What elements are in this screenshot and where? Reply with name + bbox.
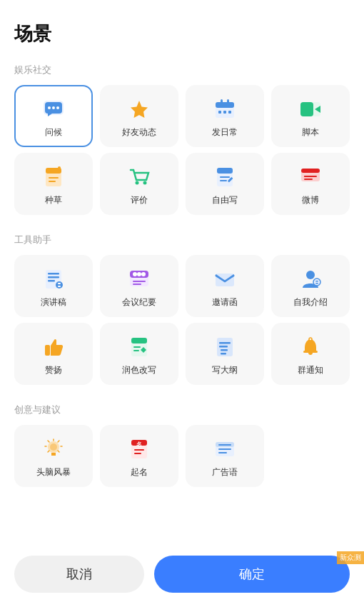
svg-rect-8 [221,99,223,104]
svg-rect-75 [134,453,141,454]
card-invite-label: 邀请函 [212,296,238,308]
card-notify[interactable]: 群通知 [271,323,350,385]
svg-rect-55 [45,345,50,356]
card-weibo[interactable]: 微博 [271,153,350,215]
svg-rect-27 [220,180,227,181]
card-outline-label: 写大纲 [212,364,238,376]
card-brainstorm[interactable]: 头脑风暴 [14,425,93,487]
card-speech-label: 演讲稿 [41,296,66,308]
card-invite[interactable]: 邀请函 [186,255,264,317]
svg-rect-31 [301,169,320,173]
svg-rect-26 [220,176,230,178]
card-recommend-label: 种草 [45,194,62,206]
svg-rect-20 [49,181,56,182]
svg-point-70 [50,443,57,451]
name-icon: 名 [126,436,152,462]
card-script-label: 脚本 [302,126,319,139]
svg-point-44 [133,272,137,276]
grid-tools-row2: 赞扬 润色改写 [14,323,350,385]
cancel-button[interactable]: 取消 [14,556,144,593]
svg-rect-25 [217,168,233,174]
svg-rect-58 [133,346,141,348]
grid-entertainment-row1: 问候 好友动态 [14,85,350,147]
svg-rect-47 [133,281,146,282]
svg-rect-37 [48,276,59,279]
card-greeting[interactable]: 问候 [14,85,93,147]
card-naming-label: 起名 [131,466,148,478]
bottom-bar: 取消 确定 [14,541,350,593]
card-intro[interactable]: 自我介绍 [271,255,350,317]
card-notify-label: 群通知 [298,364,323,376]
svg-rect-40 [58,283,61,284]
envelope-icon [212,266,238,292]
chat-icon [41,96,66,122]
main-container: 场景 娱乐社交 问候 [0,0,364,607]
bell-icon [298,334,323,360]
svg-rect-36 [48,273,59,275]
card-freewrite[interactable]: 自由写 [186,153,264,215]
section-entertainment: 娱乐社交 问候 [14,64,350,221]
person-icon [298,266,323,292]
section-tools: 工具助手 演讲稿 [14,234,350,391]
card-friends[interactable]: 好友动态 [100,85,178,147]
svg-point-3 [52,106,55,109]
card-diary[interactable]: 发日常 [186,85,264,147]
card-weibo-label: 微博 [302,194,319,206]
svg-rect-7 [216,102,234,108]
card-meeting[interactable]: 会议纪要 [100,255,178,317]
card-rewrite[interactable]: 润色改写 [100,323,178,385]
svg-rect-62 [219,342,231,344]
edit-icon [126,334,152,360]
card-rewrite-label: 润色改写 [122,364,156,376]
svg-point-2 [48,106,51,109]
grid-entertainment-row2: 种草 评价 [14,153,350,215]
svg-point-22 [136,181,139,185]
card-review[interactable]: 评价 [100,153,178,215]
svg-rect-80 [218,452,227,453]
svg-point-23 [143,181,147,185]
section-label-tools: 工具助手 [14,234,350,246]
svg-point-46 [141,272,146,276]
svg-rect-48 [133,284,141,285]
section-creative: 创意与建议 头脑风暴 [14,403,350,493]
svg-rect-59 [133,350,139,351]
card-outline[interactable]: 写大纲 [186,323,264,385]
card-slogan[interactable]: 广告语 [186,425,264,487]
svg-rect-63 [219,346,228,348]
speech-icon [41,266,66,292]
card-brainstorm-label: 头脑风暴 [36,466,71,478]
svg-rect-14 [300,102,313,116]
svg-rect-9 [227,99,229,104]
ad-icon [212,436,238,462]
card-praise[interactable]: 赞扬 [14,323,93,385]
confirm-button[interactable]: 确定 [154,556,350,593]
svg-rect-64 [221,349,228,351]
card-intro-label: 自我介绍 [293,296,328,308]
thumb-icon [41,334,66,360]
list-icon [212,334,238,360]
svg-rect-66 [303,351,318,353]
grid-tools-row1: 演讲稿 会议纪要 [14,255,350,317]
svg-rect-50 [216,274,234,286]
svg-rect-53 [315,281,318,282]
card-diary-label: 发日常 [212,126,238,139]
svg-rect-11 [223,111,226,114]
grid-creative: 头脑风暴 名 起名 [14,425,350,487]
card-slogan-label: 广告语 [212,466,238,478]
card-recommend[interactable]: 种草 [14,153,93,215]
svg-rect-41 [58,286,61,287]
svg-rect-21 [58,166,61,171]
card-script[interactable]: 脚本 [271,85,350,147]
svg-rect-38 [48,280,55,282]
watermark: 新众测 [337,551,364,564]
svg-rect-54 [315,283,318,284]
svg-point-52 [313,279,320,286]
star-icon [126,96,152,122]
meeting-icon [126,266,152,292]
svg-rect-79 [218,448,231,450]
svg-rect-33 [304,176,310,177]
svg-text:名: 名 [136,441,142,448]
card-greeting-label: 问候 [45,126,62,139]
card-naming[interactable]: 名 起名 [100,425,178,487]
card-speech[interactable]: 演讲稿 [14,255,93,317]
